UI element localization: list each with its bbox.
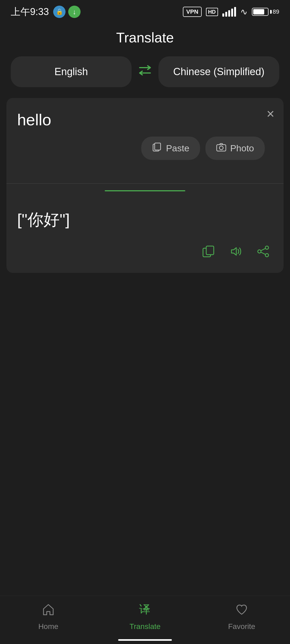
app-header: Translate xyxy=(0,21,290,56)
hd-badge: HD xyxy=(206,8,218,16)
wifi-icon: ∿ xyxy=(240,7,248,17)
status-bar: 上午9:33 🔒 ↓ VPN HD ∿ 89 xyxy=(0,0,290,21)
translation-container: × hello Paste xyxy=(6,98,284,273)
speak-translation-button[interactable] xyxy=(229,244,243,262)
output-text: ["你好"] xyxy=(17,208,273,231)
input-text[interactable]: hello xyxy=(17,109,273,131)
signal-bars xyxy=(222,7,236,17)
camera-icon xyxy=(216,142,226,155)
paste-icon xyxy=(152,142,162,155)
photo-label: Photo xyxy=(230,143,254,153)
battery-body xyxy=(252,8,269,16)
svg-rect-2 xyxy=(217,145,226,151)
vpn-badge: VPN xyxy=(183,7,201,17)
status-time: 上午9:33 xyxy=(11,5,49,19)
source-language-button[interactable]: English xyxy=(11,56,132,87)
paste-label: Paste xyxy=(166,143,189,153)
nav-label-home: Home xyxy=(38,622,59,631)
photo-button[interactable]: Photo xyxy=(205,137,265,160)
copy-translation-button[interactable] xyxy=(201,244,215,262)
swap-languages-icon[interactable] xyxy=(137,64,153,80)
page-title: Translate xyxy=(0,30,290,46)
input-section: × hello Paste xyxy=(6,98,284,184)
svg-rect-5 xyxy=(206,246,214,255)
favorite-icon xyxy=(235,602,249,620)
nav-item-favorite[interactable]: Favorite xyxy=(193,602,290,631)
svg-line-10 xyxy=(261,252,265,254)
svg-point-3 xyxy=(219,146,223,150)
output-section: ["你好"] xyxy=(6,198,284,273)
status-left: 上午9:33 🔒 ↓ xyxy=(11,5,81,19)
language-selector: English Chinese (Simplified) xyxy=(0,56,290,87)
nav-item-translate[interactable]: 译 A Translate xyxy=(97,602,193,631)
nav-label-translate: Translate xyxy=(129,622,161,631)
input-actions: Paste Photo xyxy=(17,131,273,168)
paste-button[interactable]: Paste xyxy=(141,137,200,160)
home-icon xyxy=(41,602,55,620)
output-actions xyxy=(17,239,273,262)
svg-point-6 xyxy=(265,246,269,249)
section-divider xyxy=(6,184,284,198)
security-icon: 🔒 xyxy=(53,6,66,18)
svg-text:A: A xyxy=(144,604,149,612)
nav-item-home[interactable]: Home xyxy=(0,602,97,631)
svg-line-9 xyxy=(261,248,265,251)
share-translation-button[interactable] xyxy=(256,244,270,262)
status-right: VPN HD ∿ 89 xyxy=(183,7,279,17)
nav-label-favorite: Favorite xyxy=(228,622,255,631)
svg-point-7 xyxy=(258,250,261,253)
svg-rect-1 xyxy=(155,143,161,150)
download-icon: ↓ xyxy=(68,6,81,18)
battery: 89 xyxy=(252,8,279,16)
bottom-nav: Home 译 A Translate Favorite xyxy=(0,596,290,644)
battery-text: 89 xyxy=(273,8,279,15)
translate-icon: 译 A xyxy=(138,602,152,620)
clear-button[interactable]: × xyxy=(267,107,274,120)
status-icons: 🔒 ↓ xyxy=(53,6,81,18)
target-language-button[interactable]: Chinese (Simplified) xyxy=(158,56,279,87)
nav-indicator xyxy=(118,639,172,641)
svg-point-8 xyxy=(265,254,269,257)
